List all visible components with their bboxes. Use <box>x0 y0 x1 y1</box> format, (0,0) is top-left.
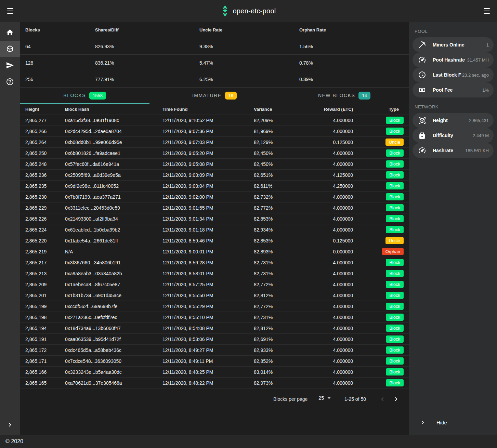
top-app-bar: open-etc-pool <box>0 0 497 22</box>
stats-cell-uncle: 5.47% <box>199 60 299 66</box>
stat-value: 31.457 MH <box>466 57 489 63</box>
cell-time-found: 12/11/2020, 8:55:50 PM <box>162 293 254 298</box>
cell-block-hash: 0x6b801826...fa9adcaee1 <box>65 150 162 156</box>
cell-time-found: 12/11/2020, 9:01:55 PM <box>162 205 254 211</box>
hide-sidebar-button[interactable]: Hide <box>413 414 494 431</box>
cell-time-found: 12/11/2020, 8:55:10 PM <box>162 315 254 320</box>
stats-header-blocks: Blocks <box>20 27 95 32</box>
cell-reward: 4.000000 <box>315 304 353 309</box>
tab[interactable]: BLOCKS 1558 <box>20 88 149 104</box>
chevron-right-icon <box>419 419 426 426</box>
table-row: 2,865,230 0x7b8f7199...aea377a271 12/11/… <box>20 191 409 202</box>
stat-value: 23.2 sec. ago <box>461 73 489 78</box>
stat-pill: Last Block Fo… 23.2 sec. ago <box>413 67 494 82</box>
stat-pill: Pool Hashrate 31.457 MH <box>413 52 494 67</box>
cell-reward: 4.000000 <box>315 227 353 233</box>
app-window: open-etc-pool <box>0 0 497 448</box>
block-type-badge: Block <box>386 182 404 189</box>
cell-block-hash: 0x7cdce548...3636093050 <box>65 358 162 364</box>
tab-count-badge: 14 <box>358 92 370 100</box>
table-row: 2,865,191 0xaa063539...b95d41d72f 12/11/… <box>20 333 409 344</box>
menu-hamburger-icon-left[interactable] <box>3 4 17 18</box>
cell-variance: 82,129% <box>254 140 315 145</box>
cell-height: 2,865,229 <box>20 205 65 211</box>
cell-reward: 4.000000 <box>315 271 353 276</box>
cell-block-hash: 0xaa063539...b95d41d72f <box>65 337 162 342</box>
next-page-button[interactable] <box>389 392 403 406</box>
table-row: 2,865,264 0xb08dd0b1...99e066d95e 12/11/… <box>20 136 409 147</box>
cell-time-found: 12/11/2020, 8:58:01 PM <box>162 271 254 276</box>
cell-height: 2,865,236 <box>20 172 65 178</box>
stat-label: Pool Hashrate <box>433 57 465 63</box>
cell-height: 2,865,172 <box>20 347 65 353</box>
stat-value: 1 <box>486 42 489 48</box>
expand-rail-button[interactable] <box>0 417 20 433</box>
cell-block-hash: 0x1fabe54a...2661de81ff <box>65 238 162 243</box>
per-page-value: 25 <box>318 395 324 401</box>
col-header-variance: Variance <box>254 107 315 112</box>
cell-variance: 82,731% <box>254 260 315 265</box>
cell-time-found: 12/11/2020, 8:59:28 PM <box>162 260 254 265</box>
cell-variance: 82,853% <box>254 238 315 243</box>
block-type-badge: Block <box>386 281 404 288</box>
stat-label: Difficulty <box>433 133 453 138</box>
block-type-badge: Block <box>386 117 404 124</box>
cell-height: 2,865,277 <box>20 118 65 123</box>
cell-block-hash: 0x25095f69...a0d39e9e5a <box>65 172 162 178</box>
nav-help-button[interactable] <box>0 74 20 90</box>
caret-down-icon <box>327 397 331 399</box>
chevron-right-icon <box>6 421 14 429</box>
cell-variance: 82,772% <box>254 205 315 211</box>
cell-time-found: 12/11/2020, 9:03:04 PM <box>162 183 254 189</box>
tab[interactable]: IMMATURE 16 <box>149 88 279 104</box>
table-row: 2,865,165 0xa70621d9...37e305468a 12/11/… <box>20 377 409 388</box>
cell-height: 2,865,230 <box>20 194 65 200</box>
cell-block-hash: 0x57fec60f...da616e941a <box>65 161 162 167</box>
block-type-badge: Block <box>386 314 404 321</box>
cell-block-hash: 0x18d734a9...13b6060f47 <box>65 326 162 331</box>
cell-variance: 82,852% <box>254 358 315 364</box>
block-type-badge: Block <box>386 335 404 343</box>
etc-logo-icon <box>221 5 228 17</box>
cash-icon <box>418 86 426 94</box>
cell-reward: 4.000000 <box>315 347 353 353</box>
cell-block-hash: 0x3f367660...345806b191 <box>65 260 162 265</box>
cell-height: 2,865,266 <box>20 129 65 134</box>
table-row: 2,865,235 0x9df2e98e...811fc40052 12/11/… <box>20 180 409 191</box>
stat-value: 1% <box>482 88 489 93</box>
cell-reward: 0.125000 <box>315 140 353 145</box>
menu-hamburger-icon-right[interactable] <box>480 4 494 18</box>
prev-page-button[interactable] <box>376 392 389 406</box>
cell-height: 2,865,198 <box>20 315 65 320</box>
stat-label: Pool Fee <box>433 87 453 93</box>
tab[interactable]: NEW BLOCKS 14 <box>279 88 409 104</box>
tab-count-badge: 1558 <box>89 92 106 100</box>
nav-home-button[interactable] <box>0 24 20 41</box>
stat-pill: Hashrate 185.561 KH <box>413 143 494 158</box>
table-row: 2,865,229 0x3311efec...20453d0e59 12/11/… <box>20 202 409 213</box>
cell-reward: 4.000000 <box>315 326 353 331</box>
cell-height: 2,865,264 <box>20 140 65 145</box>
cell-block-hash: 0x3233243e...b5a4aa30dc <box>65 369 162 375</box>
cell-height: 2,865,199 <box>20 304 65 309</box>
cell-height: 2,865,235 <box>20 183 65 189</box>
table-row: 2,865,166 0x3233243e...b5a4aa30dc 12/11/… <box>20 366 409 377</box>
block-type-badge: Block <box>386 270 404 277</box>
cell-height: 2,865,201 <box>20 293 65 298</box>
cell-time-found: 12/11/2020, 8:54:08 PM <box>162 326 254 331</box>
cell-height: 2,865,213 <box>20 271 65 276</box>
cell-reward: 4.000000 <box>315 205 353 211</box>
block-type-badge: Block <box>386 204 404 211</box>
cell-height: 2,865,217 <box>20 260 65 265</box>
nav-blocks-button[interactable] <box>0 41 20 57</box>
cell-variance: 82,812% <box>254 293 315 298</box>
cell-height: 2,865,165 <box>20 380 65 386</box>
stats-table-header: Blocks Shares/Diff Uncle Rate Orphan Rat… <box>20 22 409 38</box>
pagination-bar: Blocks per page 25 1-25 of 50 <box>20 388 409 409</box>
block-type-badge: Block <box>386 160 404 168</box>
nav-payments-button[interactable] <box>0 57 20 74</box>
network-section-title: NETWORK <box>415 104 492 109</box>
cell-reward: 4.000000 <box>315 194 353 200</box>
cell-variance: 82,731% <box>254 271 315 276</box>
per-page-select[interactable]: 25 <box>317 395 332 403</box>
